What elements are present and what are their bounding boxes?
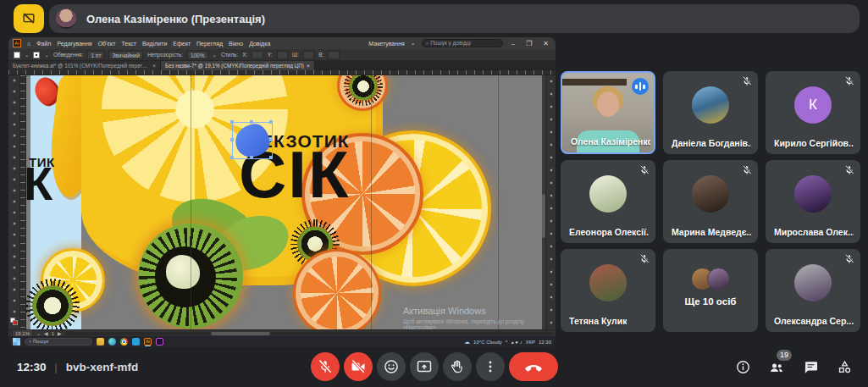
screen-share-region[interactable]: Ai ⌂ Файл Редагування Об'єкт Текст Виділ… [8, 37, 556, 347]
present-screen-button[interactable] [410, 352, 439, 381]
document-tab-bar: Буклет-книжка.ai* @ 101% (CMYK/Попередні… [8, 61, 556, 70]
more-options-button[interactable] [476, 352, 505, 381]
end-call-button[interactable] [509, 352, 558, 381]
menu-effect[interactable]: Ефект [173, 41, 191, 47]
participant-count-badge: 19 [777, 350, 792, 361]
taskbar-search-input[interactable]: ⌕ Пошук [25, 338, 92, 346]
participant-tile[interactable]: К Кирило Сергійов... [766, 71, 860, 154]
tools-panel[interactable] [8, 75, 20, 329]
windows-taskbar: ⌕ Пошук Ai ☁ 10°C Cloudy ^ ▴ ● ♪ УКР 12:… [8, 336, 556, 347]
menu-window[interactable]: Вікно [229, 41, 243, 47]
mic-off-icon [843, 75, 855, 87]
mic-off-icon [843, 253, 855, 265]
width-field[interactable] [303, 51, 314, 59]
artboard-next-icon[interactable]: ▶ [58, 330, 62, 336]
menu-help[interactable]: Довідка [249, 41, 270, 47]
menu-file[interactable]: Файл [36, 41, 51, 47]
selection-handles[interactable] [230, 120, 234, 124]
people-button[interactable]: 19 [763, 353, 790, 382]
artboard-number: 1 [52, 331, 54, 336]
info-button[interactable] [729, 353, 756, 382]
fill-swatch[interactable] [14, 52, 20, 58]
y-field[interactable] [277, 51, 288, 59]
participant-name: Мирослава Олек... [774, 227, 854, 237]
activities-button[interactable] [831, 353, 858, 382]
x-label: X: [242, 52, 247, 58]
home-icon[interactable]: ⌂ [27, 41, 30, 47]
menu-type[interactable]: Текст [121, 41, 136, 47]
help-search-input[interactable]: ⌕ Пошук у довідці [422, 39, 503, 47]
chrome-browser-icon[interactable] [120, 338, 128, 346]
fill-stroke-indicator[interactable] [10, 318, 19, 326]
google-meet-window: Олена Казіміренко (Презентація) Ai ⌂ Фай… [0, 0, 868, 387]
workspace-dropdown-icon[interactable]: ⌄ [411, 40, 416, 47]
smiley-icon [383, 358, 400, 375]
weather-cloud-icon: ☁ [464, 339, 470, 346]
presenter-name: Олена Казіміренко (Презентація) [86, 13, 265, 25]
opacity-field[interactable]: 100% [187, 51, 208, 59]
video-person-face [597, 91, 619, 117]
stroke-weight-field[interactable]: 1 пт [87, 51, 104, 59]
zoom-dropdown-icon[interactable]: ⌄ [36, 330, 41, 336]
weather-text[interactable]: 10°C Cloudy [473, 340, 502, 345]
artboard-edge-line [498, 75, 499, 329]
tray-caret-icon[interactable]: ^ [506, 340, 508, 345]
illustrator-taskbar-icon[interactable]: Ai [144, 338, 152, 346]
language-indicator[interactable]: УКР [526, 340, 535, 345]
participant-tile[interactable]: Даніела Богданів... [663, 71, 758, 154]
clock: 12:30 [17, 361, 47, 373]
height-field[interactable] [328, 51, 339, 59]
tray-icons[interactable]: ▴ ● ♪ [511, 339, 522, 345]
fill-dropdown-icon[interactable]: ⌄ [25, 52, 29, 58]
top-bar: Олена Казіміренко (Презентація) [0, 0, 868, 37]
opacity-dropdown-icon[interactable]: ⌄ [213, 52, 217, 58]
present-screen-icon [416, 358, 433, 375]
document-tab-active[interactable]: Без назви-7* @ 19,1% (CMYK/Попередній пе… [161, 61, 315, 70]
end-call-icon [523, 357, 544, 377]
illustrator-canvas[interactable]: ТИК К ЕКЗОТИК СІК [20, 75, 545, 329]
overflow-count-label: Ще 10 осіб [663, 296, 758, 307]
menu-select[interactable]: Виділити [142, 41, 167, 47]
mic-off-button[interactable] [311, 352, 340, 381]
stroke-swatch[interactable] [33, 52, 40, 58]
x-field[interactable] [252, 51, 263, 59]
overflow-tile[interactable]: Ще 10 осіб [663, 249, 758, 332]
artboard-prev-icon[interactable]: ◀ [44, 330, 48, 336]
panel-dock[interactable] [545, 75, 556, 329]
participant-tile[interactable]: Марина Медведє... [663, 160, 758, 243]
camera-off-icon [350, 358, 367, 375]
participant-tile[interactable]: Тетяна Кулик [561, 249, 655, 332]
tab-close-icon[interactable]: × [152, 63, 156, 69]
participant-tile[interactable]: Елеонора Олексії... [561, 160, 655, 243]
window-restore-button[interactable]: ❐ [523, 40, 534, 47]
store-app-icon[interactable] [132, 338, 140, 346]
menu-object[interactable]: Об'єкт [98, 41, 116, 47]
workspace-switcher[interactable]: Макетування [368, 41, 404, 47]
taskbar-clock[interactable]: 12:30 [539, 340, 551, 345]
reactions-button[interactable] [377, 352, 406, 381]
blend-mode-select[interactable]: Звичайний [108, 51, 143, 59]
menu-edit[interactable]: Редагування [57, 41, 91, 47]
window-minimize-button[interactable]: – [509, 40, 517, 47]
edge-browser-icon[interactable] [108, 338, 116, 346]
raise-hand-button[interactable] [443, 352, 472, 381]
photoshop-taskbar-icon[interactable] [156, 338, 163, 346]
canvas-horizontal-scrollbar[interactable] [65, 332, 552, 335]
participant-name: Кирило Сергійов... [774, 138, 854, 148]
start-button[interactable] [13, 338, 20, 346]
chat-button[interactable] [797, 353, 824, 382]
document-tab-inactive[interactable]: Буклет-книжка.ai* @ 101% (CMYK/Попередні… [8, 61, 161, 70]
participant-tile[interactable]: Мирослава Олек... [766, 160, 860, 243]
audio-level-indicator [632, 78, 649, 95]
stroke-dropdown-icon[interactable]: ⌄ [44, 52, 48, 58]
menu-view[interactable]: Перегляд [196, 41, 223, 47]
call-controls [311, 352, 558, 381]
file-explorer-icon[interactable] [97, 338, 104, 346]
info-icon [735, 359, 751, 375]
camera-off-button[interactable] [344, 352, 373, 381]
participant-tile[interactable]: Олександра Сер... [766, 249, 860, 332]
participant-tile[interactable]: Олена Казіміренко [561, 71, 655, 154]
canvas-vertical-scrollbar[interactable] [542, 75, 545, 329]
tab-close-icon[interactable]: × [307, 63, 310, 69]
window-close-button[interactable]: ✕ [540, 40, 551, 47]
